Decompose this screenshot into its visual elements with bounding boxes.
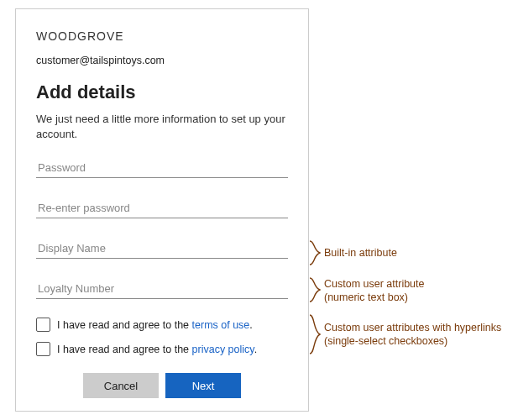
brace-icon	[309, 277, 321, 302]
privacy-policy-link[interactable]: privacy policy	[192, 344, 254, 355]
consent-prefix: I have read and agree to the	[57, 344, 192, 355]
brace-icon	[309, 240, 321, 265]
brand-name: WOODGROVE	[36, 29, 288, 43]
annotation-line: (single-select checkboxes)	[324, 335, 447, 347]
privacy-text: I have read and agree to the privacy pol…	[57, 344, 257, 355]
brace-icon	[309, 314, 321, 354]
privacy-checkbox[interactable]	[36, 342, 50, 356]
page-subtext: We just need a little more information t…	[36, 112, 288, 141]
terms-text: I have read and agree to the terms of us…	[57, 319, 253, 331]
annotation-line: Custom user attribute	[324, 278, 425, 290]
reenter-password-field[interactable]	[36, 197, 288, 218]
consent-suffix: .	[254, 344, 257, 355]
password-field[interactable]	[36, 156, 288, 178]
annotation-custom-hyperlinks: Custom user attributes with hyperlinks (…	[324, 321, 501, 349]
annotation-line: (numeric text box)	[324, 291, 408, 303]
signup-panel: WOODGROVE customer@tailspintoys.com Add …	[15, 8, 309, 412]
terms-consent-row: I have read and agree to the terms of us…	[36, 318, 288, 332]
annotation-builtin: Built-in attribute	[324, 246, 397, 260]
annotation-line: Custom user attributes with hyperlinks	[324, 322, 501, 333]
page-title: Add details	[36, 81, 288, 103]
display-name-field[interactable]	[36, 237, 288, 259]
user-email: customer@tailspintoys.com	[36, 55, 288, 66]
button-row: Cancel Next	[36, 373, 288, 398]
cancel-button[interactable]: Cancel	[83, 373, 159, 398]
consent-suffix: .	[249, 319, 252, 331]
loyalty-number-field[interactable]	[36, 277, 288, 299]
next-button[interactable]: Next	[165, 373, 241, 398]
annotation-custom-numeric: Custom user attribute (numeric text box)	[324, 277, 425, 305]
terms-checkbox[interactable]	[36, 318, 50, 332]
consent-prefix: I have read and agree to the	[57, 319, 192, 331]
privacy-consent-row: I have read and agree to the privacy pol…	[36, 342, 288, 356]
terms-of-use-link[interactable]: terms of use	[192, 319, 250, 331]
